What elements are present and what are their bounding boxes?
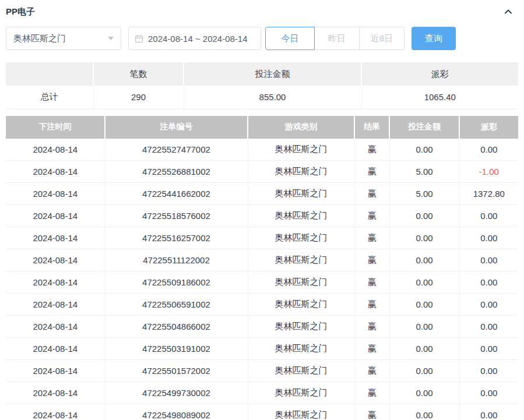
cell-game-type: 奥林匹斯之门 [248, 227, 354, 249]
summary-total-payout: 1065.40 [361, 86, 518, 109]
cell-payout: -1.00 [459, 161, 518, 183]
quick-filter-button-2[interactable]: 近8日 [359, 27, 405, 50]
cell-bet-amount: 0.00 [389, 360, 459, 382]
chevron-down-icon [108, 37, 114, 40]
cell-payout: 0.00 [459, 227, 518, 249]
cell-bet-id: 47225506591002 [105, 294, 248, 316]
cell-bet-time: 2024-08-14 [6, 404, 105, 420]
cell-bet-id: 47225441662002 [105, 183, 248, 205]
cell-bet-id: 47225503191002 [105, 338, 248, 360]
date-range-value: 2024-08-14 ~ 2024-08-14 [148, 34, 248, 44]
page-title: PP电子 [6, 6, 35, 17]
cell-payout: 0.00 [459, 404, 518, 420]
summary-table: 笔数 投注金额 派彩 总计 290 855.00 1065.40 [6, 62, 518, 110]
cell-result: 赢 [354, 139, 389, 161]
table-row: 2024-08-1447225506591002奥林匹斯之门赢0.000.00 [6, 294, 518, 316]
cell-game-type: 奥林匹斯之门 [248, 294, 354, 316]
cell-result: 赢 [354, 183, 389, 205]
cell-bet-time: 2024-08-14 [6, 227, 105, 249]
cell-bet-amount: 0.00 [389, 338, 459, 360]
cell-bet-id: 47225511122002 [105, 249, 248, 271]
table-row: 2024-08-1447225526881002奥林匹斯之门赢5.00-1.00 [6, 161, 518, 183]
cell-payout: 0.00 [459, 249, 518, 271]
cell-result: 赢 [354, 205, 389, 227]
col-game-type: 游戏类别 [248, 116, 354, 139]
cell-bet-id: 47225501572002 [105, 360, 248, 382]
cell-bet-amount: 0.00 [389, 227, 459, 249]
col-bet-time: 下注时间 [6, 116, 105, 139]
quick-filter-button-1[interactable]: 昨日 [314, 27, 360, 50]
cell-game-type: 奥林匹斯之门 [248, 183, 354, 205]
cell-bet-id: 47225527477002 [105, 139, 248, 161]
filter-bar: 奥林匹斯之门 2024-08-14 ~ 2024-08-14 今日昨日近8日 查… [6, 27, 518, 50]
cell-bet-amount: 0.00 [389, 316, 459, 338]
col-payout: 派彩 [459, 116, 518, 139]
cell-bet-time: 2024-08-14 [6, 338, 105, 360]
table-row: 2024-08-1447225509186002奥林匹斯之门赢0.000.00 [6, 271, 518, 294]
cell-game-type: 奥林匹斯之门 [248, 316, 354, 338]
cell-payout: 0.00 [459, 294, 518, 316]
collapse-panel-button[interactable] [502, 5, 515, 18]
summary-total-row: 总计 290 855.00 1065.40 [6, 86, 518, 109]
date-range-picker[interactable]: 2024-08-14 ~ 2024-08-14 [128, 27, 261, 50]
cell-bet-id: 47225518576002 [105, 205, 248, 227]
bet-records-table: 下注时间 注单编号 游戏类别 结果 投注金额 派彩 2024-08-144722… [6, 116, 518, 420]
cell-result: 赢 [354, 338, 389, 360]
cell-payout: 0.00 [459, 338, 518, 360]
col-bet-id: 注单编号 [105, 116, 248, 139]
summary-total-count: 290 [93, 86, 184, 109]
col-bet-amount: 投注金额 [389, 116, 459, 139]
cell-game-type: 奥林匹斯之门 [248, 139, 354, 161]
quick-filter-button-0[interactable]: 今日 [265, 27, 315, 50]
table-row: 2024-08-1447225516257002奥林匹斯之门赢0.000.00 [6, 227, 518, 249]
summary-col-bet-amount: 投注金额 [184, 62, 361, 86]
cell-bet-amount: 0.00 [389, 294, 459, 316]
table-row: 2024-08-1447225504866002奥林匹斯之门赢0.000.00 [6, 316, 518, 338]
table-row: 2024-08-1447225527477002奥林匹斯之门赢0.000.00 [6, 139, 518, 161]
panel-header: PP电子 [6, 5, 518, 19]
cell-payout: 0.00 [459, 360, 518, 382]
table-row: 2024-08-1447225498089002奥林匹斯之门赢0.000.00 [6, 404, 518, 420]
cell-game-type: 奥林匹斯之门 [248, 161, 354, 183]
summary-col-count: 笔数 [93, 62, 184, 86]
cell-bet-time: 2024-08-14 [6, 294, 105, 316]
cell-bet-amount: 0.00 [389, 249, 459, 271]
cell-payout: 1372.80 [459, 183, 518, 205]
cell-bet-id: 47225498089002 [105, 404, 248, 420]
col-result: 结果 [354, 116, 389, 139]
cell-result: 赢 [354, 227, 389, 249]
cell-game-type: 奥林匹斯之门 [248, 338, 354, 360]
table-row: 2024-08-1447225518576002奥林匹斯之门赢0.000.00 [6, 205, 518, 227]
table-row: 2024-08-1447225499730002奥林匹斯之门赢0.000.00 [6, 382, 518, 404]
cell-game-type: 奥林匹斯之门 [248, 404, 354, 420]
cell-result: 赢 [354, 249, 389, 271]
cell-bet-amount: 0.00 [389, 382, 459, 404]
cell-bet-time: 2024-08-14 [6, 316, 105, 338]
pp-electronic-panel: PP电子 奥林匹斯之门 2024-08-14 ~ 2024-08-14 今日昨日… [0, 0, 524, 420]
game-select[interactable]: 奥林匹斯之门 [6, 27, 121, 50]
cell-bet-id: 47225509186002 [105, 271, 248, 294]
cell-bet-amount: 0.00 [389, 205, 459, 227]
cell-game-type: 奥林匹斯之门 [248, 271, 354, 294]
cell-bet-time: 2024-08-14 [6, 161, 105, 183]
query-button[interactable]: 查询 [412, 27, 456, 50]
cell-payout: 0.00 [459, 271, 518, 294]
cell-bet-amount: 0.00 [389, 271, 459, 294]
cell-bet-time: 2024-08-14 [6, 139, 105, 161]
cell-bet-time: 2024-08-14 [6, 382, 105, 404]
cell-bet-time: 2024-08-14 [6, 183, 105, 205]
cell-bet-id: 47225499730002 [105, 382, 248, 404]
cell-payout: 0.00 [459, 139, 518, 161]
cell-game-type: 奥林匹斯之门 [248, 205, 354, 227]
cell-game-type: 奥林匹斯之门 [248, 382, 354, 404]
cell-result: 赢 [354, 316, 389, 338]
summary-col-blank [6, 62, 93, 86]
cell-bet-amount: 5.00 [389, 161, 459, 183]
calendar-icon [135, 34, 143, 43]
cell-bet-amount: 5.00 [389, 183, 459, 205]
table-row: 2024-08-1447225501572002奥林匹斯之门赢0.000.00 [6, 360, 518, 382]
cell-bet-id: 47225516257002 [105, 227, 248, 249]
bet-records-header-row: 下注时间 注单编号 游戏类别 结果 投注金额 派彩 [6, 116, 518, 139]
cell-bet-id: 47225526881002 [105, 161, 248, 183]
table-row: 2024-08-1447225441662002奥林匹斯之门赢5.001372.… [6, 183, 518, 205]
